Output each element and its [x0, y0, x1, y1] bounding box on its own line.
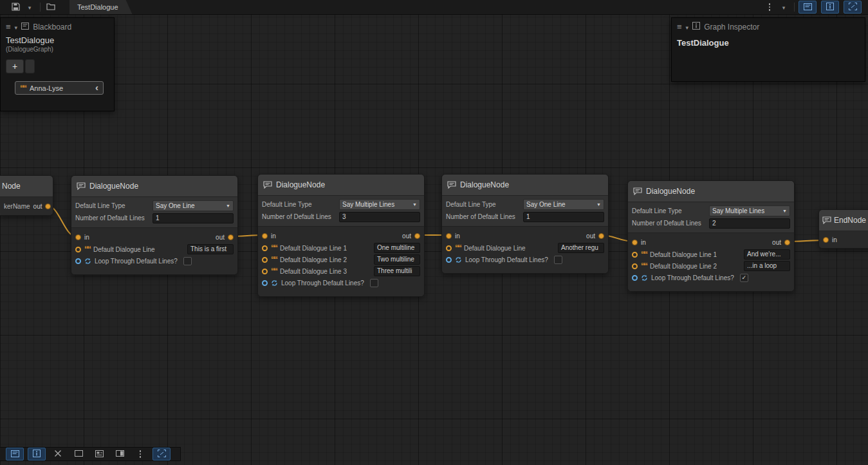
save-button[interactable] [9, 1, 22, 13]
dialogue-line-port[interactable] [262, 257, 268, 263]
end-node[interactable]: EndNode in [818, 209, 868, 249]
loop-checkbox[interactable] [183, 257, 192, 265]
dialogue-line-input[interactable]: Three multili [374, 266, 420, 276]
inspector-toggle-button[interactable] [821, 1, 839, 14]
num-lines-input[interactable]: 3 [339, 212, 420, 222]
chevron-down-icon[interactable] [15, 23, 18, 32]
blackboard-icon [11, 450, 19, 459]
quote-icon [455, 245, 461, 251]
num-lines-input[interactable]: 1 [523, 212, 604, 222]
dialogue-line-input[interactable]: Another regu [558, 243, 604, 253]
out-port[interactable] [784, 240, 790, 245]
line-type-dropdown[interactable]: Say Multiple Lines▼ [339, 199, 420, 210]
quote-icon [641, 252, 647, 257]
options-menu-button[interactable] [763, 1, 776, 13]
node-title-bar[interactable]: DialogueNode [71, 176, 237, 197]
out-port[interactable] [414, 233, 420, 239]
dialogue-node-4[interactable]: DialogueNode Default Line Type Say Multi… [627, 180, 795, 292]
dialogue-line-input[interactable]: One multiline [374, 243, 420, 253]
blackboard-variable-anna-lyse[interactable]: Anna-Lyse [15, 81, 104, 95]
chevron-down-icon [782, 3, 786, 11]
dialogue-line-input[interactable]: Two multiline [374, 254, 420, 265]
chevron-down-icon: ▼ [412, 202, 417, 207]
tools-button[interactable] [50, 448, 66, 460]
window-button[interactable] [70, 448, 87, 460]
node-title-bar[interactable]: DialogueNode [258, 175, 424, 196]
out-port[interactable] [45, 204, 51, 209]
frame-all-button[interactable] [152, 448, 171, 460]
dialogue-node-1[interactable]: DialogueNode Default Line Type Say One L… [71, 175, 238, 275]
node-title-bar[interactable]: Node [0, 176, 53, 197]
line-type-dropdown[interactable]: Say Multiple Lines▼ [709, 205, 790, 216]
dialogue-line-port[interactable] [446, 245, 452, 251]
collapse-chevron-icon[interactable] [95, 84, 98, 92]
loop-port[interactable] [446, 257, 452, 263]
graph-tab[interactable]: TestDialogue [69, 0, 133, 14]
loop-port[interactable] [632, 275, 638, 281]
node-ports: in out Default Dialogue Line Another reg… [442, 227, 608, 273]
node-fields: Default Line Type Say One Line▼ Number o… [71, 197, 237, 228]
preview-button[interactable] [111, 448, 128, 460]
node-fields: Default Line Type Say One Line▼ Number o… [442, 196, 608, 227]
in-port[interactable] [75, 234, 81, 240]
in-port[interactable] [446, 233, 452, 239]
save-options-button[interactable] [23, 1, 36, 13]
dialogue-line-port[interactable] [632, 252, 638, 258]
node-ports: in out Default Dialogue Line 1 One multi… [258, 227, 424, 296]
loop-checkbox[interactable]: ✓ [740, 274, 748, 282]
num-lines-input[interactable]: 2 [709, 218, 790, 229]
node-title-bar[interactable]: DialogueNode [628, 181, 794, 202]
loop-icon [271, 280, 278, 287]
dialogue-line-label: Default Dialogue Line 3 [280, 268, 347, 275]
loop-icon [641, 274, 648, 281]
in-port-label: in [641, 239, 646, 246]
in-port[interactable] [823, 237, 829, 243]
open-asset-button[interactable] [44, 1, 57, 13]
hamburger-icon[interactable] [677, 22, 682, 32]
dialogue-node-2[interactable]: DialogueNode Default Line Type Say Multi… [257, 174, 425, 297]
loop-label: Loop Through Default Lines? [465, 256, 548, 263]
preview-toggle-button[interactable] [844, 1, 862, 14]
dialogue-line-input[interactable]: ...in a loop [744, 261, 790, 271]
blackboard-panel-button[interactable] [6, 448, 24, 460]
inspector-info-icon [692, 22, 700, 32]
node-title-bar[interactable]: EndNode [819, 210, 868, 231]
loop-checkbox[interactable] [554, 256, 562, 264]
dialogue-line-port[interactable] [262, 269, 268, 274]
in-port[interactable] [632, 240, 638, 245]
blackboard-toggle-button[interactable] [799, 1, 817, 14]
checkmark: ✓ [742, 274, 747, 281]
num-lines-input[interactable]: 1 [152, 213, 234, 223]
line-type-dropdown[interactable]: Say One Line▼ [152, 200, 234, 211]
more-options-button[interactable] [132, 448, 149, 460]
dialogue-line-port[interactable] [75, 247, 81, 252]
speaker-node[interactable]: Node kerName out [0, 175, 53, 216]
minimap-button[interactable] [91, 448, 107, 460]
num-lines-label: Number of Default Lines [632, 220, 709, 227]
quote-icon [271, 245, 277, 251]
dialogue-line-port[interactable] [262, 245, 268, 251]
hamburger-icon[interactable] [6, 22, 11, 32]
chevron-down-icon: ▼ [596, 202, 601, 207]
add-variable-button[interactable]: + [6, 59, 24, 73]
chevron-down-icon[interactable] [686, 23, 689, 32]
node-title: DialogueNode [646, 187, 695, 196]
loop-port[interactable] [75, 258, 81, 264]
node-ports: in out Default Dialogue Line 1 And we're… [628, 233, 794, 291]
line-type-label: Default Line Type [446, 201, 523, 208]
node-title-bar[interactable]: DialogueNode [442, 175, 608, 196]
loop-port[interactable] [262, 280, 268, 286]
graph-inspector-panel: Graph Inspector TestDialogue [671, 17, 865, 82]
dialogue-line-port[interactable] [632, 263, 638, 269]
dialogue-line-input[interactable]: This is a first [187, 244, 234, 254]
in-port[interactable] [262, 233, 268, 239]
inspector-panel-button[interactable] [28, 448, 46, 460]
line-type-dropdown[interactable]: Say One Line▼ [523, 199, 604, 210]
add-variable-dropdown[interactable] [25, 59, 35, 73]
loop-checkbox[interactable] [370, 279, 378, 287]
dialogue-node-3[interactable]: DialogueNode Default Line Type Say One L… [441, 174, 609, 274]
options-dropdown-button[interactable] [777, 1, 790, 13]
dialogue-line-input[interactable]: And we're... [744, 249, 790, 260]
out-port[interactable] [228, 234, 234, 240]
out-port[interactable] [598, 233, 604, 239]
